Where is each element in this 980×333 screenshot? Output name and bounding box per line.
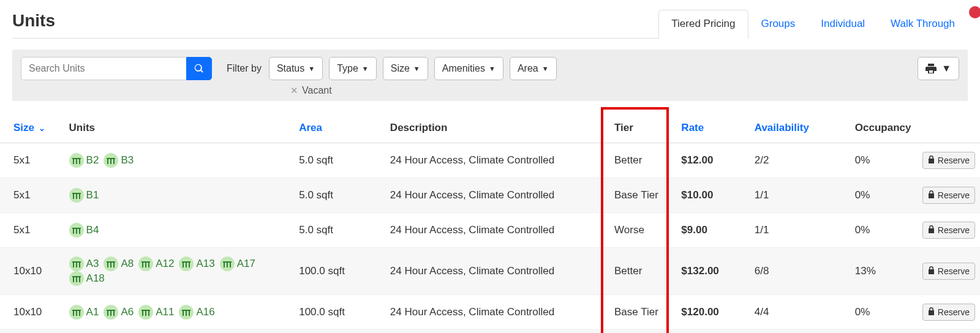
unit-icon xyxy=(104,256,118,271)
cell-area: 100.0 sqft xyxy=(294,330,385,334)
col-area[interactable]: Area xyxy=(294,113,385,143)
cell-tier: Better xyxy=(609,248,676,295)
unit-id: A16 xyxy=(196,306,214,318)
reserve-button[interactable]: Reserve xyxy=(922,222,975,239)
col-availability[interactable]: Availability xyxy=(750,113,850,143)
cell-units: B4 xyxy=(64,213,295,248)
notification-badge[interactable] xyxy=(968,5,980,20)
cell-area: 5.0 sqft xyxy=(294,213,385,248)
filter-type-dropdown[interactable]: Type ▼ xyxy=(329,57,377,80)
reserve-button[interactable]: Reserve xyxy=(922,304,975,321)
tab-walk-through[interactable]: Walk Through xyxy=(878,10,968,39)
cell-rate: $132.00 xyxy=(676,248,749,295)
cell-size: 5x1 xyxy=(0,213,64,248)
cell-rate: $120.00 xyxy=(676,295,749,330)
search-button[interactable] xyxy=(186,57,212,80)
cell-description: 24 Hour Access, Climate Controlled xyxy=(385,213,609,248)
lock-icon xyxy=(928,225,935,235)
unit-icon xyxy=(69,305,84,320)
caret-down-icon: ▼ xyxy=(489,65,496,72)
cell-occupancy: 13% xyxy=(850,248,918,295)
lock-icon xyxy=(928,266,935,276)
cell-units: B1 xyxy=(64,178,295,213)
unit-icon xyxy=(69,188,84,203)
cell-description: 24 Hour Access, Climate Controlled xyxy=(385,143,609,178)
close-icon[interactable]: ✕ xyxy=(290,85,298,96)
cell-occupancy: 0% xyxy=(850,295,918,330)
filter-by-label: Filter by xyxy=(227,63,262,74)
search-input[interactable] xyxy=(21,57,186,80)
cell-reserve: Reserve xyxy=(918,295,980,330)
unit-icon xyxy=(104,305,118,320)
table-row: 5x1B15.0 sqft24 Hour Access, Climate Con… xyxy=(0,178,980,213)
tab-groups[interactable]: Groups xyxy=(748,10,809,39)
unit-id: A12 xyxy=(156,258,174,270)
filter-status-dropdown[interactable]: Status ▼ xyxy=(269,57,323,80)
unit-link[interactable]: B1 xyxy=(69,188,99,203)
unit-link[interactable]: A11 xyxy=(138,305,174,320)
filter-area-dropdown[interactable]: Area ▼ xyxy=(510,57,557,80)
unit-link[interactable]: A13 xyxy=(179,256,214,271)
cell-units: B2B3 xyxy=(64,143,295,178)
filter-chip-label: Vacant xyxy=(302,85,332,96)
table-row: 5x1B45.0 sqft24 Hour Access, Climate Con… xyxy=(0,213,980,248)
cell-description: 24 Hour Access, Climate Controlled xyxy=(385,295,609,330)
unit-id: A3 xyxy=(86,258,99,270)
unit-id: A1 xyxy=(86,306,99,318)
cell-description: 24 Hour Access, Climate Controlled xyxy=(385,330,609,334)
col-description: Description xyxy=(385,113,609,143)
cell-area: 100.0 sqft xyxy=(294,248,385,295)
reserve-button[interactable]: Reserve xyxy=(922,263,975,280)
tab-bar: Tiered PricingGroupsIndividualWalk Throu… xyxy=(658,9,968,38)
reserve-button[interactable]: Reserve xyxy=(922,152,975,169)
table-row: 10x10A3A8A12A13A17A18100.0 sqft24 Hour A… xyxy=(0,248,980,295)
unit-link[interactable]: A16 xyxy=(179,305,214,320)
units-table: Size ⌄ Units Area Description Tier Rate … xyxy=(0,113,980,333)
col-units: Units xyxy=(64,113,295,143)
cell-rate: $9.00 xyxy=(676,213,749,248)
unit-icon xyxy=(179,305,194,320)
filter-size-dropdown[interactable]: Size ▼ xyxy=(383,57,428,80)
unit-link[interactable]: B3 xyxy=(104,153,134,168)
cell-availability: 1/1 xyxy=(750,178,850,213)
cell-tier: Worse xyxy=(609,330,676,334)
tab-individual[interactable]: Individual xyxy=(808,10,878,39)
lock-icon xyxy=(928,307,935,317)
reserve-button[interactable]: Reserve xyxy=(922,187,975,204)
unit-id: B1 xyxy=(86,189,99,201)
unit-link[interactable]: A18 xyxy=(69,271,105,286)
col-rate[interactable]: Rate xyxy=(676,113,749,143)
unit-link[interactable]: B4 xyxy=(69,223,99,238)
filter-chip: ✕ Vacant xyxy=(290,85,332,96)
cell-size: 5x1 xyxy=(0,178,64,213)
cell-area: 5.0 sqft xyxy=(294,178,385,213)
caret-down-icon: ▼ xyxy=(308,65,315,72)
print-button[interactable]: ▼ xyxy=(918,57,959,80)
table-row: 5x1B2B35.0 sqft24 Hour Access, Climate C… xyxy=(0,143,980,178)
unit-link[interactable]: A6 xyxy=(104,305,134,320)
unit-link[interactable]: A12 xyxy=(138,256,174,271)
chevron-down-icon: ⌄ xyxy=(39,124,45,133)
unit-link[interactable]: A8 xyxy=(104,256,134,271)
table-row: 10x10A5A10A15A20100.0 sqft24 Hour Access… xyxy=(0,330,980,334)
cell-description: 24 Hour Access, Climate Controlled xyxy=(385,178,609,213)
cell-occupancy: 0% xyxy=(850,330,918,334)
unit-id: B3 xyxy=(121,154,134,166)
unit-id: B2 xyxy=(86,154,99,166)
cell-occupancy: 0% xyxy=(850,178,918,213)
cell-occupancy: 0% xyxy=(850,143,918,178)
unit-id: A18 xyxy=(86,272,105,285)
filter-amenities-dropdown[interactable]: Amenities ▼ xyxy=(434,57,503,80)
cell-area: 100.0 sqft xyxy=(294,295,385,330)
unit-icon xyxy=(220,256,235,271)
unit-link[interactable]: A3 xyxy=(69,256,99,271)
tab-tiered-pricing[interactable]: Tiered Pricing xyxy=(658,10,748,39)
col-tier: Tier xyxy=(609,113,676,143)
unit-id: A17 xyxy=(237,258,255,270)
unit-icon xyxy=(179,256,194,271)
unit-link[interactable]: B2 xyxy=(69,153,99,168)
unit-link[interactable]: A1 xyxy=(69,305,99,320)
filter-bar: Filter by Status ▼Type ▼Size ▼Amenities … xyxy=(12,50,968,101)
unit-link[interactable]: A17 xyxy=(220,256,255,271)
col-size[interactable]: Size ⌄ xyxy=(0,113,64,143)
